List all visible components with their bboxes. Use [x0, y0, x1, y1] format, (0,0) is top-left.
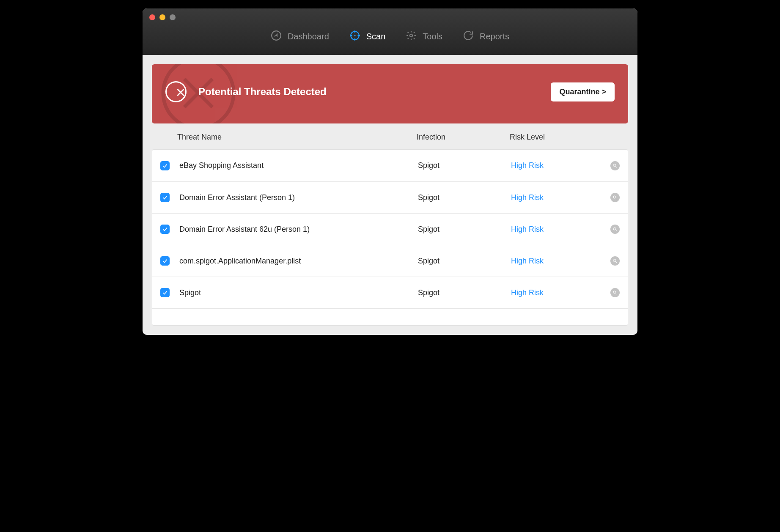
svg-line-16 — [616, 198, 617, 200]
threat-infection: Spigot — [416, 257, 509, 266]
svg-point-8 — [354, 35, 355, 36]
nav-scan-label: Scan — [366, 32, 386, 41]
nav-tools-label: Tools — [423, 32, 442, 41]
nav-scan[interactable]: Scan — [349, 30, 386, 43]
threat-infection: Spigot — [416, 288, 509, 297]
table-row: com.spigot.ApplicationManager.plist Spig… — [152, 245, 628, 277]
nav-dashboard[interactable]: Dashboard — [271, 30, 329, 43]
threat-risk: High Risk — [509, 257, 602, 266]
table-footer — [152, 308, 628, 325]
svg-point-21 — [613, 291, 616, 293]
alert-left: Potential Threats Detected — [165, 81, 327, 102]
threat-infection: Spigot — [416, 161, 509, 170]
threat-name: eBay Shopping Assistant — [178, 161, 416, 170]
minimize-window-button[interactable] — [159, 14, 165, 20]
target-icon — [349, 30, 360, 43]
nav-reports[interactable]: Reports — [463, 30, 509, 43]
table-row: eBay Shopping Assistant Spigot High Risk — [152, 150, 628, 181]
inspect-button[interactable] — [610, 193, 620, 202]
svg-line-18 — [616, 230, 617, 231]
threat-checkbox[interactable] — [160, 225, 170, 234]
svg-point-9 — [410, 34, 413, 37]
threat-checkbox[interactable] — [160, 256, 170, 266]
alert-title: Potential Threats Detected — [198, 86, 327, 98]
nav-dashboard-label: Dashboard — [288, 32, 329, 41]
svg-line-14 — [616, 166, 617, 167]
refresh-icon — [463, 30, 474, 43]
threat-name: Domain Error Assistant 62u (Person 1) — [178, 225, 416, 234]
header-infection: Infection — [417, 133, 510, 142]
inspect-button[interactable] — [610, 161, 620, 170]
threat-risk: High Risk — [509, 225, 602, 234]
svg-point-2 — [276, 35, 277, 36]
svg-point-15 — [613, 196, 616, 198]
threat-checkbox[interactable] — [160, 161, 170, 170]
close-window-button[interactable] — [149, 14, 155, 20]
table-row: Domain Error Assistant (Person 1) Spigot… — [152, 181, 628, 213]
inspect-button[interactable] — [610, 225, 620, 234]
threat-name: Spigot — [178, 288, 416, 297]
table-header: Threat Name Infection Risk Level — [152, 123, 628, 149]
threat-checkbox[interactable] — [160, 193, 170, 202]
table-row: Spigot Spigot High Risk — [152, 277, 628, 308]
gear-icon — [406, 30, 417, 43]
threat-risk: High Risk — [509, 288, 602, 297]
threat-name: com.spigot.ApplicationManager.plist — [178, 257, 416, 266]
svg-line-22 — [616, 293, 617, 295]
svg-line-20 — [616, 262, 617, 263]
quarantine-button[interactable]: Quarantine > — [551, 82, 615, 101]
dashboard-icon — [271, 30, 282, 43]
threat-name: Domain Error Assistant (Person 1) — [178, 193, 416, 202]
fullscreen-window-button[interactable] — [170, 14, 176, 20]
traffic-lights — [149, 14, 176, 20]
threats-table: eBay Shopping Assistant Spigot High Risk… — [152, 149, 628, 326]
content: Potential Threats Detected Quarantine > … — [143, 55, 637, 335]
svg-point-19 — [613, 259, 616, 262]
main-nav: Dashboard Scan — [143, 8, 637, 55]
table-row: Domain Error Assistant 62u (Person 1) Sp… — [152, 213, 628, 245]
threat-risk: High Risk — [509, 161, 602, 170]
threat-risk: High Risk — [509, 193, 602, 202]
inspect-button[interactable] — [610, 256, 620, 266]
svg-point-13 — [613, 164, 616, 167]
titlebar: Dashboard Scan — [143, 8, 637, 55]
nav-tools[interactable]: Tools — [406, 30, 442, 43]
threat-infection: Spigot — [416, 193, 509, 202]
header-risk-level: Risk Level — [510, 133, 603, 142]
header-threat-name: Threat Name — [177, 133, 417, 142]
threat-infection: Spigot — [416, 225, 509, 234]
app-window: Dashboard Scan — [143, 8, 637, 335]
svg-point-17 — [613, 228, 616, 230]
alert-banner: Potential Threats Detected Quarantine > — [152, 64, 628, 123]
nav-reports-label: Reports — [480, 32, 509, 41]
inspect-button[interactable] — [610, 288, 620, 297]
alert-x-icon — [165, 81, 187, 102]
threat-checkbox[interactable] — [160, 288, 170, 297]
